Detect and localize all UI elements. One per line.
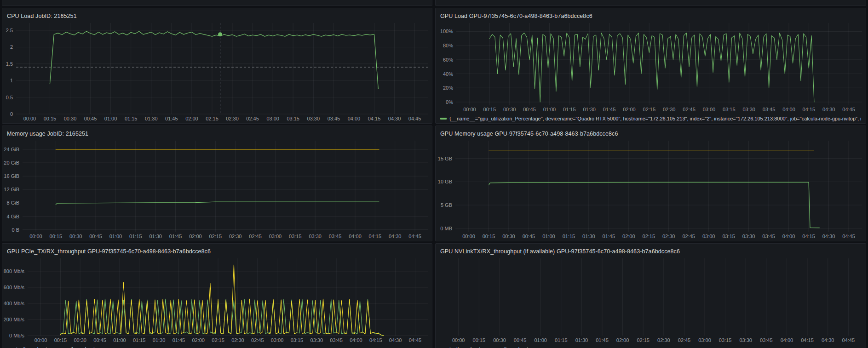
svg-text:2.5: 2.5 [6, 28, 13, 33]
legend-item-tx-throughput[interactable]: tx_throughput [440, 346, 480, 348]
panel-title[interactable]: GPU Load GPU-97f35745-6c70-a498-8463-b7a… [440, 13, 592, 19]
svg-text:01:30: 01:30 [582, 234, 595, 239]
svg-text:01:15: 01:15 [563, 107, 576, 112]
panel-title[interactable]: GPU Memory usage GPU-97f35745-6c70-a498-… [440, 131, 618, 137]
svg-text:04:45: 04:45 [842, 337, 855, 343]
svg-text:00:45: 00:45 [514, 337, 527, 343]
svg-text:03:15: 03:15 [723, 107, 736, 112]
panel-nvlink-throughput: GPU NVLinkTX/RX_throughput (if available… [435, 243, 866, 348]
gpu-memory-usage-chart[interactable]: 00:0000:1500:3000:4501:0001:1501:3001:45… [436, 138, 866, 241]
svg-text:04:00: 04:00 [782, 234, 795, 239]
svg-text:03:45: 03:45 [330, 337, 343, 343]
svg-text:04:15: 04:15 [369, 337, 382, 343]
svg-text:01:30: 01:30 [583, 107, 596, 112]
svg-text:02:30: 02:30 [229, 234, 242, 239]
svg-text:12 GiB: 12 GiB [4, 187, 19, 192]
gpu-load-chart[interactable]: 00:0000:1500:3000:4501:0001:1501:3001:45… [436, 20, 866, 114]
svg-text:02:30: 02:30 [662, 234, 675, 239]
svg-text:02:00: 02:00 [616, 337, 629, 343]
svg-text:04:45: 04:45 [842, 107, 855, 112]
svg-text:04:15: 04:15 [803, 107, 816, 112]
svg-text:02:15: 02:15 [206, 116, 218, 121]
svg-text:04:45: 04:45 [408, 116, 421, 121]
svg-text:00:30: 00:30 [74, 337, 86, 343]
svg-text:04:15: 04:15 [368, 116, 381, 121]
svg-text:03:45: 03:45 [329, 234, 342, 239]
svg-text:00:15: 00:15 [483, 234, 495, 239]
svg-text:40%: 40% [443, 71, 453, 77]
pcie-throughput-chart[interactable]: 00:0000:1500:3000:4501:0001:1501:3001:45… [2, 256, 432, 345]
cpu-load-chart[interactable]: 00:0000:1500:3000:4501:0001:1501:3001:45… [2, 20, 432, 123]
panel-header: GPU NVLinkTX/RX_throughput (if available… [436, 244, 866, 256]
svg-text:00:15: 00:15 [50, 234, 63, 239]
svg-text:01:00: 01:00 [543, 107, 556, 112]
legend-row: {__name__="gpu_utilization_Percentage", … [436, 114, 866, 123]
svg-text:01:15: 01:15 [563, 234, 575, 239]
svg-text:00:45: 00:45 [89, 234, 102, 239]
legend-row: tx_throughput rx_throughput [2, 345, 432, 348]
svg-text:01:30: 01:30 [153, 337, 166, 343]
svg-text:2: 2 [10, 44, 13, 50]
svg-text:02:30: 02:30 [226, 116, 239, 121]
svg-text:01:30: 01:30 [145, 116, 158, 121]
svg-text:04:15: 04:15 [802, 234, 815, 239]
svg-text:03:00: 03:00 [698, 337, 711, 343]
panel-title[interactable]: Memory usage JobID: 2165251 [7, 131, 88, 137]
legend-item-tx-throughput[interactable]: tx_throughput [7, 346, 47, 348]
svg-text:800 Mb/s: 800 Mb/s [4, 268, 25, 274]
panel-gpu-load: GPU Load GPU-97f35745-6c70-a498-8463-b7a… [435, 8, 866, 124]
svg-text:01:30: 01:30 [575, 337, 588, 343]
legend-label: tx_throughput [449, 346, 480, 348]
panel-title[interactable]: GPU PCIe_TX/RX_throughput GPU-97f35745-6… [7, 248, 211, 255]
nvlink-throughput-chart[interactable]: 00:0000:1500:3000:4501:0001:1501:3001:45… [436, 256, 866, 345]
svg-text:03:00: 03:00 [269, 234, 282, 239]
svg-text:00:00: 00:00 [34, 337, 47, 343]
legend-row: tx_throughput rx_throughput [436, 345, 866, 348]
svg-text:03:00: 03:00 [271, 337, 284, 343]
legend-label: rx_throughput [63, 346, 95, 348]
svg-text:00:00: 00:00 [462, 234, 475, 239]
svg-text:00:30: 00:30 [69, 234, 82, 239]
svg-text:00:15: 00:15 [44, 116, 57, 121]
svg-text:03:45: 03:45 [762, 234, 775, 239]
svg-text:02:00: 02:00 [189, 234, 202, 239]
legend-label: {__name__="gpu_utilization_Percentage", … [449, 116, 861, 121]
svg-text:02:15: 02:15 [643, 234, 655, 239]
svg-text:00:00: 00:00 [463, 107, 476, 112]
svg-text:03:30: 03:30 [742, 107, 755, 112]
svg-text:01:15: 01:15 [125, 116, 138, 121]
svg-text:00:00: 00:00 [452, 337, 465, 343]
svg-text:02:15: 02:15 [643, 107, 656, 112]
svg-text:03:00: 03:00 [702, 234, 715, 239]
svg-text:04:45: 04:45 [842, 234, 855, 239]
svg-text:03:15: 03:15 [722, 234, 735, 239]
svg-text:03:45: 03:45 [760, 337, 773, 343]
svg-text:03:45: 03:45 [328, 116, 340, 121]
panel-cpu-load: CPU Load JobID: 2165251 00:0000:1500:300… [2, 8, 432, 124]
legend-item-rx-throughput[interactable]: rx_throughput [488, 346, 528, 348]
svg-text:03:45: 03:45 [763, 107, 776, 112]
svg-text:03:00: 03:00 [266, 116, 279, 121]
svg-text:00:30: 00:30 [64, 116, 77, 121]
panel-title[interactable]: CPU Load JobID: 2165251 [7, 13, 77, 19]
svg-text:01:45: 01:45 [169, 234, 182, 239]
panel-title[interactable]: GPU NVLinkTX/RX_throughput (if available… [440, 248, 680, 255]
svg-text:01:00: 01:00 [104, 116, 117, 121]
memory-usage-chart[interactable]: 00:0000:1500:3000:4501:0001:1501:3001:45… [2, 138, 432, 241]
svg-text:04:45: 04:45 [409, 337, 422, 343]
svg-text:60%: 60% [443, 57, 453, 63]
svg-text:20%: 20% [443, 85, 453, 91]
panel-header: Memory usage JobID: 2165251 [2, 126, 432, 138]
svg-text:01:00: 01:00 [542, 234, 555, 239]
svg-text:01:15: 01:15 [133, 337, 146, 343]
svg-text:02:45: 02:45 [246, 116, 259, 121]
grafana-dashboard: CPU Load JobID: 2165251 00:0000:1500:300… [0, 0, 868, 348]
legend-item-rx-throughput[interactable]: rx_throughput [54, 346, 95, 348]
svg-text:04:15: 04:15 [801, 337, 814, 343]
panel-stub-top-right [435, 0, 866, 6]
panel-header: GPU PCIe_TX/RX_throughput GPU-97f35745-6… [2, 244, 432, 256]
legend-item-gpu-utilization[interactable]: {__name__="gpu_utilization_Percentage", … [440, 116, 861, 121]
svg-text:01:00: 01:00 [534, 337, 547, 343]
svg-text:00:00: 00:00 [23, 116, 36, 121]
svg-text:0%: 0% [446, 99, 453, 105]
